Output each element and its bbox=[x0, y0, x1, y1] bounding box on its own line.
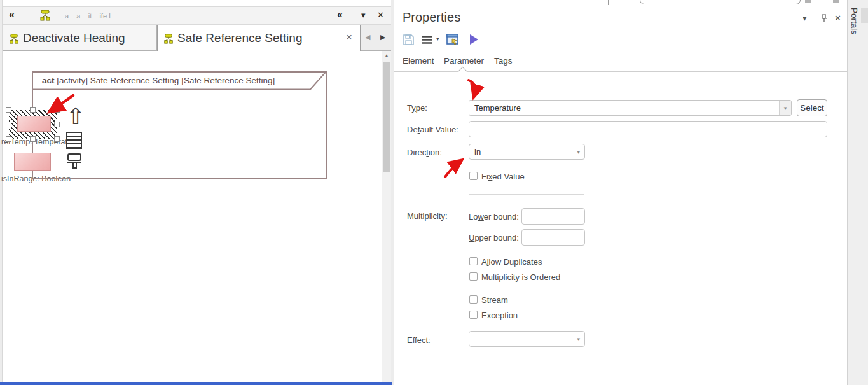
stream-checkbox[interactable] bbox=[469, 295, 478, 304]
layers-quick-icon[interactable] bbox=[66, 132, 82, 149]
activity-tab-icon bbox=[163, 34, 174, 44]
upper-bound-label: Upper bound: bbox=[469, 233, 519, 242]
effect-label: Effect: bbox=[407, 335, 431, 345]
effect-dropdown-icon[interactable]: ▾ bbox=[577, 336, 584, 342]
default-value-input[interactable] bbox=[469, 121, 827, 137]
scrollbar-thumb[interactable] bbox=[383, 62, 390, 172]
diagram-canvas[interactable] bbox=[3, 51, 382, 382]
selection-handle[interactable] bbox=[54, 107, 60, 113]
allow-duplicates-checkbox[interactable] bbox=[469, 257, 478, 265]
collapse-left-icon[interactable]: « bbox=[9, 9, 15, 20]
panel-dropdown-icon[interactable]: ▾ bbox=[803, 13, 807, 23]
portals-sidebar bbox=[847, 0, 868, 385]
tab-deactivate-heating[interactable]: Deactivate Heating bbox=[3, 25, 157, 50]
multiplicity-ordered-checkbox[interactable] bbox=[469, 272, 478, 281]
toolbar-dropdown-icon[interactable]: ▾ bbox=[361, 10, 366, 20]
menu-icon[interactable] bbox=[422, 36, 432, 44]
move-up-quick-icon[interactable]: ⇧ bbox=[66, 106, 85, 128]
selection-handle[interactable] bbox=[30, 107, 36, 113]
tab-nav-prev-icon[interactable]: ◀ bbox=[365, 33, 370, 41]
stream-label: Stream bbox=[481, 295, 508, 305]
save-icon[interactable] bbox=[403, 34, 415, 46]
direction-dropdown-icon[interactable]: ▾ bbox=[577, 149, 584, 155]
tab-label: Deactivate Heating bbox=[23, 31, 125, 45]
selection-handle[interactable] bbox=[54, 122, 60, 127]
tab-safe-reference-setting[interactable]: Safe Reference Setting × bbox=[157, 25, 361, 51]
param-node-reftemp[interactable] bbox=[17, 116, 51, 132]
selection-handle[interactable] bbox=[30, 136, 36, 142]
selection-handle[interactable] bbox=[6, 136, 11, 142]
direction-combo[interactable]: in ▾ bbox=[469, 144, 585, 160]
panel-close-icon[interactable]: ✕ bbox=[834, 13, 841, 23]
selection-handle[interactable] bbox=[54, 136, 60, 142]
toolbar-close-icon[interactable]: ✕ bbox=[377, 10, 384, 20]
taskbar-edge bbox=[0, 382, 392, 385]
tab-parameter[interactable]: Parameter bbox=[444, 56, 484, 66]
type-value: Temperature bbox=[469, 103, 779, 113]
diagram-tab-strip: Deactivate Heating Safe Reference Settin… bbox=[3, 25, 393, 51]
fixed-value-label: Fixed Value bbox=[481, 172, 525, 181]
tab-close-icon[interactable]: × bbox=[342, 31, 360, 45]
exception-label: Exception bbox=[481, 311, 518, 320]
selection-handle[interactable] bbox=[6, 107, 11, 113]
direction-value: in bbox=[469, 147, 577, 157]
toolbar-text-fragments: a a it ife I bbox=[65, 12, 111, 20]
properties-title: Properties bbox=[403, 10, 460, 25]
tab-tags[interactable]: Tags bbox=[494, 56, 513, 66]
lower-bound-label: Lower bound: bbox=[469, 212, 519, 221]
menu-dropdown-icon[interactable]: ▾ bbox=[436, 36, 439, 42]
diagram-scrollbar[interactable]: ▲ bbox=[382, 51, 391, 385]
multiplicity-label: Multiplicity: bbox=[407, 211, 448, 221]
exception-checkbox[interactable] bbox=[469, 311, 478, 319]
default-value-label: Default Value: bbox=[407, 125, 458, 134]
clipped-search-input[interactable] bbox=[640, 0, 801, 4]
clipped-top-strip bbox=[394, 0, 868, 6]
activity-tab-icon bbox=[9, 34, 19, 44]
portals-scroll-fragment bbox=[861, 8, 868, 23]
tab-label: Safe Reference Setting bbox=[177, 31, 342, 45]
allow-duplicates-label: Allow Duplicates bbox=[481, 257, 542, 267]
multiplicity-ordered-label: Multiplicity is Ordered bbox=[481, 272, 560, 282]
frame-title-text: [activity] Safe Reference Setting [Safe … bbox=[57, 76, 275, 85]
param-node-label: isInRange: Boolean bbox=[1, 174, 71, 183]
type-dropdown-icon[interactable]: ▾ bbox=[779, 101, 791, 115]
diagram-toolbar: « a a it ife I « ▾ ✕ bbox=[3, 6, 393, 25]
fixed-value-checkbox[interactable] bbox=[469, 172, 478, 180]
clipped-divider bbox=[608, 0, 609, 5]
application-window: « a a it ife I « ▾ ✕ bbox=[0, 0, 868, 385]
section-separator bbox=[469, 194, 584, 195]
activity-diagram-icon[interactable] bbox=[39, 10, 51, 21]
tab-nav-next-icon[interactable]: ▶ bbox=[380, 33, 385, 41]
select-button[interactable]: Select bbox=[797, 99, 827, 116]
type-combo[interactable]: Temperature ▾ bbox=[469, 100, 792, 116]
param-node-isinrange[interactable] bbox=[14, 153, 51, 171]
direction-label: Direction: bbox=[407, 148, 442, 157]
diagram-properties-icon[interactable] bbox=[446, 34, 460, 46]
type-label: Type: bbox=[407, 103, 427, 113]
frame-keyword: act bbox=[42, 76, 55, 85]
collapse-right-icon[interactable]: « bbox=[337, 9, 343, 20]
selection-handle[interactable] bbox=[6, 122, 11, 127]
clipped-icon-fragment bbox=[833, 0, 839, 3]
lower-bound-input[interactable] bbox=[521, 208, 585, 225]
panel-pin-icon[interactable] bbox=[820, 14, 828, 23]
play-icon[interactable] bbox=[470, 34, 478, 45]
port-quick-icon[interactable] bbox=[66, 153, 83, 171]
activity-frame-title: act [activity] Safe Reference Setting [S… bbox=[42, 76, 275, 85]
effect-combo[interactable]: ▾ bbox=[469, 331, 585, 347]
clipped-icon-fragment bbox=[805, 0, 811, 3]
scroll-up-icon[interactable]: ▲ bbox=[384, 53, 389, 59]
upper-bound-input[interactable] bbox=[521, 229, 585, 246]
tab-element[interactable]: Element bbox=[403, 56, 434, 66]
portals-tab[interactable]: Portals bbox=[850, 8, 859, 34]
